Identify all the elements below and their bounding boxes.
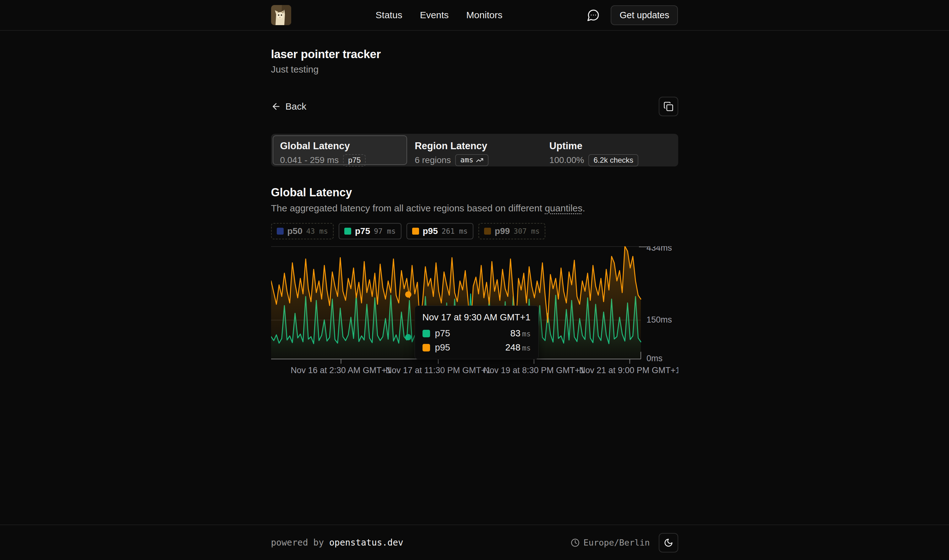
tooltip-swatch bbox=[423, 330, 430, 337]
x-tick-label: Nov 17 at 11:30 PM GMT+1 bbox=[385, 366, 491, 375]
legend-label: p95 bbox=[423, 226, 438, 236]
copy-link-button[interactable] bbox=[659, 97, 678, 116]
x-tick-label: Nov 16 at 2:30 AM GMT+1 bbox=[291, 366, 391, 375]
tab-region-latency[interactable]: Region Latency 6 regions ams bbox=[407, 135, 542, 165]
cat-logo-image bbox=[271, 5, 291, 25]
hover-dot-p95 bbox=[405, 291, 411, 297]
timezone: Europe/Berlin bbox=[571, 538, 650, 548]
legend-badge-p95[interactable]: p95261 ms bbox=[406, 223, 474, 239]
legend-value: 307 ms bbox=[514, 227, 540, 235]
quantile-badge: p75 bbox=[343, 154, 366, 166]
metric-tabs: Global Latency 0.041 - 259 ms p75 Region… bbox=[271, 134, 678, 166]
tab-title: Region Latency bbox=[415, 140, 534, 152]
tooltip-row: p95248ms bbox=[423, 342, 531, 353]
region-badge: ams bbox=[455, 154, 489, 166]
x-tick-label: Nov 21 at 9:00 PM GMT+1 bbox=[579, 366, 678, 375]
tooltip-value: 83 bbox=[511, 328, 520, 338]
openstatus-link[interactable]: openstatus.dev bbox=[329, 537, 403, 548]
page-title: laser pointer tracker bbox=[271, 48, 678, 61]
clock-icon bbox=[571, 538, 580, 547]
legend-swatch bbox=[277, 228, 284, 235]
legend-value: 261 ms bbox=[442, 227, 468, 235]
nav-links: Status Events Monitors bbox=[376, 10, 503, 20]
checks-badge: 6.2k checks bbox=[588, 154, 638, 166]
nav-link-status[interactable]: Status bbox=[376, 10, 402, 20]
legend-label: p99 bbox=[495, 226, 510, 236]
y-tick-label: 434ms bbox=[646, 246, 672, 252]
tab-value-text: 0.041 - 259 ms bbox=[280, 155, 339, 165]
legend-badge-p99[interactable]: p99307 ms bbox=[478, 223, 545, 239]
legend-value: 43 ms bbox=[306, 227, 328, 235]
tooltip-unit: ms bbox=[522, 344, 531, 352]
logo-cat-avatar[interactable] bbox=[271, 5, 291, 25]
legend-swatch bbox=[344, 228, 351, 235]
arrow-left-icon bbox=[271, 102, 281, 111]
tab-value-text: 6 regions bbox=[415, 155, 451, 165]
tab-value-text: 100.00% bbox=[549, 155, 584, 165]
y-tick-label: 0ms bbox=[646, 354, 663, 363]
top-nav: Status Events Monitors Get updates bbox=[0, 0, 949, 31]
tooltip-swatch bbox=[423, 344, 430, 351]
tooltip-unit: ms bbox=[522, 330, 531, 338]
tooltip-row: p7583ms bbox=[423, 328, 531, 338]
legend-swatch bbox=[484, 228, 491, 235]
powered-by: powered by openstatus.dev bbox=[271, 537, 403, 548]
hover-dot-p75 bbox=[405, 334, 411, 340]
page-description: Just testing bbox=[271, 64, 678, 75]
tooltip-series-label: p75 bbox=[435, 328, 450, 338]
legend-label: p50 bbox=[288, 226, 303, 236]
status-page: Status Events Monitors Get updates bbox=[0, 0, 949, 560]
tooltip-series-label: p95 bbox=[435, 342, 450, 353]
quantiles-link[interactable]: quantiles bbox=[545, 203, 582, 213]
section-title: Global Latency bbox=[271, 186, 678, 199]
tooltip-title: Nov 17 at 9:30 AM GMT+1 bbox=[423, 312, 531, 323]
feedback-chat-button[interactable] bbox=[587, 8, 600, 22]
legend-label: p75 bbox=[355, 226, 370, 236]
chart-legend: p5043 msp7597 msp95261 msp99307 ms bbox=[271, 223, 678, 239]
x-tick-label: Nov 19 at 8:30 PM GMT+1 bbox=[483, 366, 584, 375]
trending-up-icon bbox=[476, 156, 483, 164]
theme-toggle-button[interactable] bbox=[659, 533, 678, 552]
main-content: laser pointer tracker Just testing Back bbox=[0, 31, 949, 525]
legend-badge-p50[interactable]: p5043 ms bbox=[271, 223, 334, 239]
legend-swatch bbox=[412, 228, 419, 235]
y-tick-label: 150ms bbox=[646, 315, 672, 325]
tab-global-latency[interactable]: Global Latency 0.041 - 259 ms p75 bbox=[273, 135, 408, 165]
chart-tooltip: Nov 17 at 9:30 AM GMT+1 p7583msp95248ms bbox=[415, 306, 539, 359]
legend-value: 97 ms bbox=[374, 227, 395, 235]
tab-uptime[interactable]: Uptime 100.00% 6.2k checks bbox=[542, 135, 677, 165]
message-bubble-icon bbox=[587, 8, 600, 22]
moon-icon bbox=[664, 538, 673, 548]
get-updates-button[interactable]: Get updates bbox=[611, 5, 678, 25]
copy-icon bbox=[663, 102, 674, 111]
nav-link-monitors[interactable]: Monitors bbox=[466, 10, 502, 20]
section-description: The aggregated latency from all active r… bbox=[271, 203, 678, 214]
tab-title: Uptime bbox=[549, 140, 669, 152]
latency-chart[interactable]: Nov 16 at 2:30 AM GMT+1Nov 17 at 11:30 P… bbox=[271, 246, 678, 381]
nav-link-events[interactable]: Events bbox=[420, 10, 449, 20]
footer: powered by openstatus.dev Europe/Berlin bbox=[0, 525, 949, 560]
back-button[interactable]: Back bbox=[271, 101, 307, 112]
tab-title: Global Latency bbox=[280, 140, 400, 152]
tooltip-value: 248 bbox=[505, 342, 520, 353]
tooltip-rows: p7583msp95248ms bbox=[423, 328, 531, 353]
legend-badge-p75[interactable]: p7597 ms bbox=[338, 223, 401, 239]
